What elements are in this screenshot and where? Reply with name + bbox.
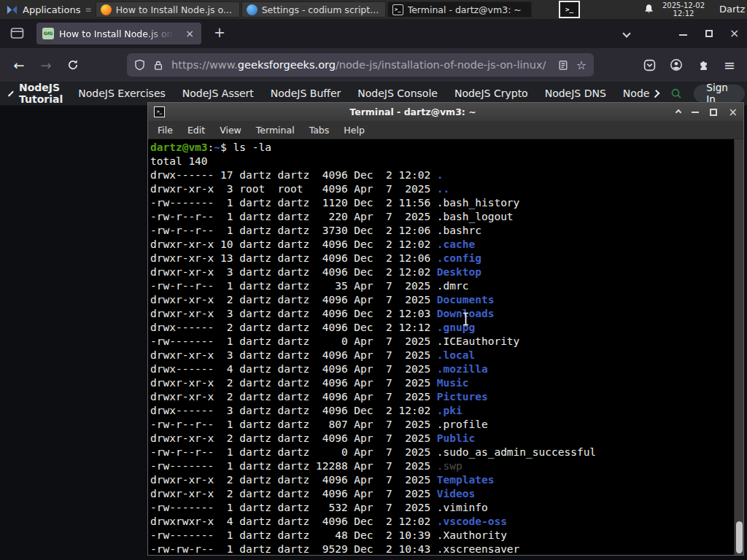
firefox-tab-bar: GfG How to Install Node.js on × + ×: [0, 19, 747, 48]
terminal-line: -rw-r--r-- 1 dartz dartz 807 Apr 7 2025 …: [150, 418, 743, 432]
terminal-line: -rw------- 1 dartz dartz 12288 Apr 7 202…: [150, 459, 743, 473]
firefox-toolbar: ← → https://www.geeksforgeeks.org/node-j…: [0, 48, 747, 82]
terminal-listing: drwx------ 17 dartz dartz 4096 Dec 2 12:…: [150, 168, 743, 555]
reader-mode-icon[interactable]: [558, 60, 568, 71]
taskbar-button-terminal[interactable]: >_Terminal - dartz@vm3: ~: [387, 1, 532, 18]
browser-tab-active[interactable]: GfG How to Install Node.js on ×: [36, 23, 201, 44]
tray-terminal-icon[interactable]: >_: [559, 1, 580, 18]
taskbar-button-codium[interactable]: Settings - codium script...: [241, 1, 386, 18]
terminal-line: drwx------ 3 dartz dartz 4096 Dec 2 12:0…: [150, 404, 743, 418]
terminal-line: drwxr-xr-x 3 dartz dartz 4096 Dec 2 12:0…: [150, 265, 743, 279]
sign-in-button[interactable]: Sign In: [694, 85, 745, 103]
window-minimize-icon[interactable]: [679, 34, 687, 36]
reload-icon: [67, 59, 79, 71]
search-icon[interactable]: [671, 87, 682, 101]
pocket-icon[interactable]: [638, 48, 661, 82]
panel-clock[interactable]: 2025-12-02 12:12: [659, 1, 708, 18]
nav-back-link[interactable]: NodeJS Tutorial: [19, 82, 63, 105]
taskbar-button-label: Settings - codium script...: [262, 4, 379, 15]
applications-icon: [6, 4, 18, 15]
account-icon[interactable]: [665, 48, 688, 82]
terminal-title-bar[interactable]: >_ Terminal - dartz@vm3: ~ ×: [148, 103, 743, 121]
extensions-puzzle-icon[interactable]: [691, 48, 714, 82]
list-all-tabs-icon[interactable]: [622, 29, 630, 37]
terminal-line: drwxr-xr-x 13 dartz dartz 4096 Dec 2 12:…: [150, 252, 743, 265]
window-maximize-icon[interactable]: [705, 30, 713, 37]
prompt-command: $ ls -la: [220, 141, 271, 153]
terminal-scrollbar[interactable]: [734, 139, 743, 555]
nav-items: NodeJS ExercisesNodeJS AssertNodeJS Buff…: [78, 88, 649, 99]
terminal-line: drwxr-xr-x 3 dartz dartz 4096 Apr 7 2025…: [150, 349, 743, 362]
terminal-line: -rw-rw-r-- 1 dartz dartz 9529 Dec 2 10:4…: [150, 542, 743, 555]
terminal-line: -rw------- 1 dartz dartz 1120 Dec 2 11:5…: [150, 196, 743, 210]
reload-button[interactable]: [61, 48, 85, 82]
terminal-menu-tabs[interactable]: Tabs: [302, 125, 337, 136]
nav-right-group: Sign In: [653, 85, 744, 103]
tab-title: How to Install Node.js on: [59, 28, 179, 39]
terminal-line: -rw------- 1 dartz dartz 0 Apr 7 2025 .I…: [150, 335, 743, 349]
notification-bell-icon[interactable]: [643, 4, 654, 18]
applications-menu-button[interactable]: Applications: [0, 0, 85, 19]
terminal-close-icon[interactable]: ×: [728, 109, 738, 116]
new-tab-button[interactable]: +: [210, 24, 229, 40]
url-path: /node-js/installation-of-node-js-on-linu…: [336, 59, 546, 71]
taskbar-button-label: How to Install Node.js o...: [116, 4, 232, 15]
lock-icon[interactable]: [153, 60, 163, 71]
desktop: Applications ≡ How to Install Node.js o.…: [0, 0, 747, 560]
clock-date: 2025-12-02: [659, 1, 708, 9]
nav-item[interactable]: NodeJS Console: [357, 88, 438, 99]
url-bar[interactable]: https://www.geeksforgeeks.org/node-js/in…: [127, 53, 594, 77]
terminal-window-controls: ×: [676, 109, 738, 116]
nav-item[interactable]: Node: [623, 88, 650, 99]
tab-close-icon[interactable]: ×: [184, 28, 196, 39]
nav-item[interactable]: NodeJS Exercises: [78, 88, 166, 99]
terminal-line: -rw------- 1 dartz dartz 532 Apr 7 2025 …: [150, 501, 743, 515]
ibeam-cursor: [462, 312, 470, 329]
terminal-menu-view[interactable]: View: [212, 125, 249, 136]
applications-label: Applications: [23, 4, 80, 15]
terminal-line: -rw-r--r-- 1 dartz dartz 3730 Dec 2 12:0…: [150, 224, 743, 238]
nav-item[interactable]: NodeJS Assert: [182, 88, 254, 99]
terminal-menu-file[interactable]: File: [150, 125, 180, 136]
terminal-line: drwxr-xr-x 3 root root 4096 Apr 7 2025 .…: [150, 182, 743, 196]
codium-icon: [247, 4, 258, 15]
terminal-menu-terminal[interactable]: Terminal: [249, 125, 302, 136]
taskbar: How to Install Node.js o...Settings - co…: [96, 1, 532, 18]
nav-back-chevron-icon[interactable]: [8, 90, 14, 96]
window-close-icon[interactable]: ×: [729, 28, 739, 39]
terminal-minimize-icon[interactable]: [692, 112, 699, 113]
nav-item[interactable]: NodeJS Crypto: [454, 88, 528, 99]
nav-scroll-right-icon[interactable]: [651, 89, 660, 98]
menu-hamburger-icon[interactable]: ≡: [718, 48, 741, 82]
terminal-scrollbar-thumb[interactable]: [736, 521, 743, 553]
terminal-line: drwxr-xr-x 3 dartz dartz 4096 Dec 2 12:0…: [150, 307, 743, 321]
prompt-separator: :: [208, 141, 214, 153]
terminal-prompt-line: dartz@vm3:~$ ls -la: [150, 141, 743, 155]
terminal-line: drwx------ 2 dartz dartz 4096 Dec 2 12:1…: [150, 321, 743, 335]
terminal-line: -rw------- 1 dartz dartz 48 Dec 2 10:39 …: [150, 529, 743, 542]
terminal-title: Terminal - dartz@vm3: ~: [148, 106, 678, 117]
firefox-icon: [101, 4, 112, 15]
terminal-menu-edit[interactable]: Edit: [180, 125, 212, 136]
back-button[interactable]: ←: [7, 48, 31, 82]
nav-item[interactable]: NodeJS DNS: [545, 88, 606, 99]
prompt-path: ~: [214, 141, 220, 153]
terminal-maximize-icon[interactable]: [710, 109, 717, 116]
taskbar-button-firefox[interactable]: How to Install Node.js o...: [96, 1, 240, 18]
top-panel: Applications ≡ How to Install Node.js o.…: [0, 0, 747, 19]
url-domain: geeksforgeeks.org: [238, 59, 336, 71]
terminal-shade-icon[interactable]: [676, 109, 681, 114]
panel-user-label[interactable]: Dartz: [719, 4, 745, 15]
bookmark-star-icon[interactable]: ☆: [576, 58, 587, 72]
forward-button[interactable]: →: [34, 48, 58, 82]
nav-item[interactable]: NodeJS Buffer: [271, 88, 341, 99]
url-prefix: https://www.: [171, 59, 238, 71]
firefox-view-icon[interactable]: [10, 27, 24, 42]
terminal-line: -rw-r--r-- 1 dartz dartz 35 Apr 7 2025 .…: [150, 279, 743, 293]
terminal-menu-help[interactable]: Help: [336, 125, 372, 136]
terminal-line: drwxr-xr-x 2 dartz dartz 4096 Apr 7 2025…: [150, 293, 743, 307]
terminal-output[interactable]: dartz@vm3:~$ ls -la total 140 drwx------…: [148, 139, 743, 555]
tracking-shield-icon[interactable]: [134, 59, 145, 71]
terminal-line: drwxr-xr-x 2 dartz dartz 4096 Apr 7 2025…: [150, 432, 743, 446]
terminal-line: drwx------ 4 dartz dartz 4096 Apr 7 2025…: [150, 362, 743, 376]
